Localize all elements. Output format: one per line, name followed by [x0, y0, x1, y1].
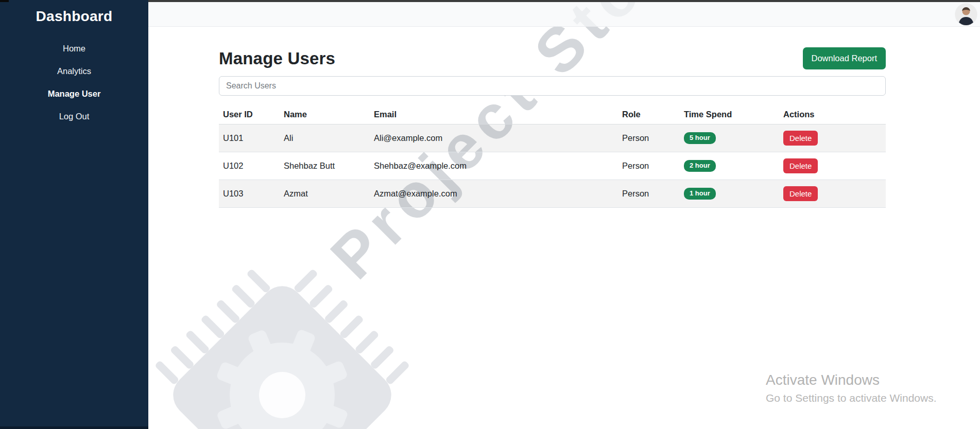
cell-user-id: U101 — [219, 124, 280, 152]
sidebar-item-analytics[interactable]: Analytics — [0, 60, 148, 82]
download-report-button[interactable]: Download Report — [803, 47, 886, 69]
table-row: U102 Shehbaz Butt Shehbaz@example.com Pe… — [219, 152, 886, 180]
cell-role: Person — [618, 124, 680, 152]
sidebar-title: Dashboard — [0, 0, 148, 25]
table-header-row: User ID Name Email Role Time Spend Actio… — [219, 106, 886, 124]
window-top-strip — [148, 0, 980, 2]
delete-button[interactable]: Delete — [783, 131, 818, 146]
cell-role: Person — [618, 180, 680, 208]
time-spend-badge: 1 hour — [684, 188, 716, 200]
app-window: Project Store — [0, 0, 980, 429]
search-users-input[interactable] — [219, 76, 886, 96]
table-row: U103 Azmat Azmat@example.com Person 1 ho… — [219, 180, 886, 208]
cell-role: Person — [618, 152, 680, 180]
sidebar-nav: Home Analytics Manage User Log Out — [0, 37, 148, 128]
top-header-bar — [148, 2, 980, 27]
column-header-time-spend: Time Spend — [680, 106, 779, 124]
time-spend-badge: 5 hour — [684, 132, 716, 144]
column-header-role: Role — [618, 106, 680, 124]
user-avatar[interactable] — [955, 4, 977, 25]
sidebar: Dashboard Home Analytics Manage User Log… — [0, 0, 148, 429]
sidebar-item-log-out[interactable]: Log Out — [0, 105, 148, 128]
sidebar-item-home[interactable]: Home — [0, 37, 148, 60]
users-table: User ID Name Email Role Time Spend Actio… — [219, 106, 886, 208]
cell-name: Ali — [280, 124, 370, 152]
column-header-name: Name — [280, 106, 370, 124]
cell-user-id: U103 — [219, 180, 280, 208]
cell-email: Azmat@example.com — [370, 180, 618, 208]
delete-button[interactable]: Delete — [783, 158, 818, 173]
column-header-actions: Actions — [779, 106, 886, 124]
cell-email: Ali@example.com — [370, 124, 618, 152]
page-head: Manage Users Download Report — [219, 47, 886, 69]
cell-user-id: U102 — [219, 152, 280, 180]
time-spend-badge: 2 hour — [684, 160, 716, 172]
sidebar-item-manage-user[interactable]: Manage User — [0, 82, 148, 105]
cell-name: Shehbaz Butt — [280, 152, 370, 180]
delete-button[interactable]: Delete — [783, 186, 818, 201]
cell-email: Shehbaz@example.com — [370, 152, 618, 180]
column-header-email: Email — [370, 106, 618, 124]
page-title: Manage Users — [219, 49, 335, 68]
window-corner-strip — [0, 0, 9, 2]
cell-name: Azmat — [280, 180, 370, 208]
avatar-photo-icon — [955, 4, 977, 25]
main-content: Manage Users Download Report User ID Nam… — [148, 27, 980, 429]
column-header-user-id: User ID — [219, 106, 280, 124]
table-row: U101 Ali Ali@example.com Person 5 hour D… — [219, 124, 886, 152]
